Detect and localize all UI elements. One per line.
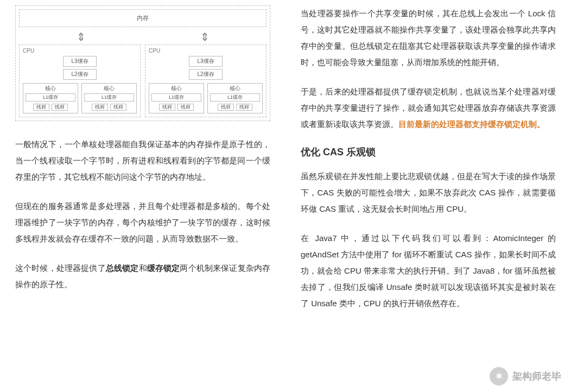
thread-box: 线程 bbox=[33, 104, 49, 111]
bold-text: 总线锁定 bbox=[106, 263, 139, 273]
text: 和 bbox=[139, 263, 147, 273]
paragraph: 当处理器要操作一个共享变量的时候，其在总线上会发出一个 Lock 信号，这时其它… bbox=[301, 5, 556, 71]
thread-box: 线程 bbox=[110, 104, 126, 111]
cpu-block: CPU L3缓存 L2缓存 核心 L1缓存 线程 线程 bbox=[145, 45, 267, 117]
thread-box: 线程 bbox=[177, 104, 194, 111]
core-label: 核心 bbox=[151, 86, 201, 91]
wechat-avatar-icon: ✶ bbox=[490, 367, 508, 385]
cpu-label: CPU bbox=[149, 48, 263, 54]
paragraph: 这个时候，处理器提供了总线锁定和缓存锁定两个机制来保证复杂内存操作的原子性。 bbox=[15, 260, 270, 293]
l1-cache: L1缓存 bbox=[26, 93, 75, 102]
paragraph: 于是，后来的处理器都提供了缓存锁定机制，也就说当某个处理器对缓存中的共享变量进行… bbox=[301, 84, 556, 132]
core-block: 核心 L1缓存 线程 线程 bbox=[149, 83, 204, 113]
section-heading: 优化 CAS 乐观锁 bbox=[301, 146, 556, 159]
paragraph: 但现在的服务器通常是多处理器，并且每个处理器都是多核的。每个处理器维护了一块字节… bbox=[15, 198, 270, 247]
l1-cache: L1缓存 bbox=[210, 93, 260, 102]
bold-text: 缓存锁定 bbox=[147, 263, 180, 273]
l1-cache: L1缓存 bbox=[151, 93, 201, 102]
l3-cache: L3缓存 bbox=[63, 56, 96, 67]
thread-box: 线程 bbox=[236, 104, 252, 111]
text: 这个时候，处理器提供了 bbox=[15, 263, 106, 273]
watermark-text: 架构师老毕 bbox=[512, 370, 561, 383]
highlight-text: 目前最新的处理器都支持缓存锁定机制。 bbox=[398, 119, 545, 129]
thread-box: 线程 bbox=[92, 104, 108, 111]
l3-cache: L3缓存 bbox=[189, 56, 222, 67]
thread-box: 线程 bbox=[159, 104, 175, 111]
bus-arrows: ⇕⇕ bbox=[19, 31, 267, 42]
wechat-watermark: ✶ 架构师老毕 bbox=[490, 367, 561, 385]
core-label: 核心 bbox=[26, 86, 75, 91]
l2-cache: L2缓存 bbox=[63, 69, 96, 80]
thread-box: 线程 bbox=[52, 104, 68, 111]
cpu-memory-diagram: 内存 ⇕⇕ CPU L3缓存 L2缓存 核心 L1缓存 线程 bbox=[15, 5, 270, 121]
cpu-label: CPU bbox=[23, 48, 137, 54]
thread-box: 线程 bbox=[218, 104, 234, 111]
memory-box: 内存 bbox=[19, 9, 267, 27]
l1-cache: L1缓存 bbox=[84, 93, 134, 102]
paragraph: 在 Java7 中，通过以下代码我们可以看到：AtomicInteger 的 g… bbox=[301, 230, 556, 312]
paragraph: 虽然乐观锁在并发性能上要比悲观锁优越，但是在写大于读的操作场景下，CAS 失败的… bbox=[301, 168, 556, 217]
l2-cache: L2缓存 bbox=[189, 69, 222, 80]
cpu-block: CPU L3缓存 L2缓存 核心 L1缓存 线程 线程 bbox=[19, 45, 141, 117]
core-label: 核心 bbox=[84, 86, 134, 91]
core-block: 核心 L1缓存 线程 线程 bbox=[81, 83, 137, 113]
core-block: 核心 L1缓存 线程 线程 bbox=[23, 83, 78, 113]
paragraph: 一般情况下，一个单核处理器能自我保证基本的内存操作是原子性的，当一个线程读取一个… bbox=[15, 136, 270, 185]
core-block: 核心 L1缓存 线程 线程 bbox=[207, 83, 263, 113]
core-label: 核心 bbox=[210, 86, 260, 91]
